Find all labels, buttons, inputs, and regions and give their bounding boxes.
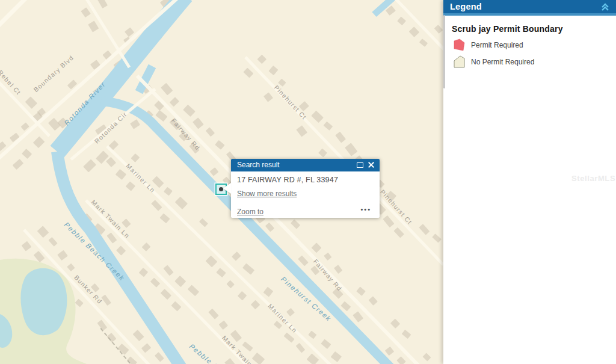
legend-header: Legend [443, 0, 616, 16]
app-window: Rebel CtBoundary BlvdRotonda CirFairway … [0, 0, 616, 364]
maximize-icon[interactable] [357, 162, 363, 168]
legend-panel: Legend Scrub jay Permit Boundary Permit … [443, 0, 616, 364]
popup-header[interactable]: Search result [231, 159, 380, 171]
search-result-popup: Search result 17 FAIRWAY RD #, FL 33947 … [231, 159, 380, 218]
legend-item-no-permit-required: No Permit Required [454, 55, 534, 68]
legend-scrollbar[interactable] [443, 15, 445, 88]
popup-address: 17 FAIRWAY RD #, FL 33947 [237, 176, 338, 184]
marker-dot-icon [219, 187, 223, 191]
legend-title: Legend [443, 0, 616, 13]
collapse-icon[interactable] [600, 2, 610, 11]
zoom-to-link[interactable]: Zoom to [237, 208, 263, 216]
legend-item-permit-required: Permit Required [454, 39, 523, 51]
permit-required-swatch-icon [454, 39, 465, 51]
legend-section-title: Scrub jay Permit Boundary [452, 24, 563, 34]
more-options-icon[interactable]: ••• [360, 206, 371, 213]
legend-item-label: No Permit Required [471, 58, 534, 66]
close-icon[interactable] [368, 161, 375, 168]
popup-callout-arrow [223, 183, 231, 194]
no-permit-required-swatch-icon [454, 55, 465, 68]
show-more-results-link[interactable]: Show more results [237, 190, 297, 198]
legend-item-label: Permit Required [471, 41, 523, 49]
